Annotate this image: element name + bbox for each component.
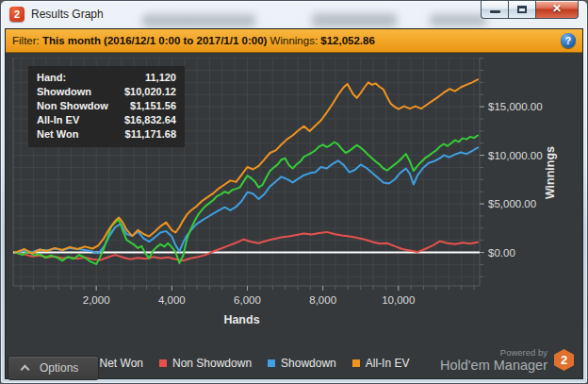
options-label: Options — [40, 361, 78, 375]
legend-swatch-icon — [352, 359, 360, 367]
tooltip-label: Net Won — [37, 127, 78, 142]
powered-by-label: Powered by — [440, 347, 547, 358]
client-area: Filter: This month (2016/12/1 0:00 to 20… — [5, 28, 583, 379]
series-line-net-won — [15, 136, 478, 264]
title-bar[interactable]: 2 Results Graph ✕ — [1, 1, 587, 28]
tooltip-value: $10,020.12 — [124, 85, 176, 99]
tooltip-label: Hand: — [37, 71, 66, 85]
x-tick-label: 6,000 — [234, 294, 261, 306]
tooltip-row: Net Won$11,171.68 — [37, 127, 176, 142]
x-tick-label: 8,000 — [309, 294, 336, 306]
close-button[interactable]: ✕ — [535, 1, 579, 19]
legend-label: Net Won — [100, 357, 143, 370]
minimize-icon — [490, 10, 500, 13]
winnings-label: Winnings: — [270, 35, 318, 46]
series-line-showdown — [15, 147, 478, 253]
y-tick-label: $10,000.00 — [488, 150, 543, 161]
glass-reflection — [312, 13, 397, 27]
y-tick-label: $5,000.00 — [488, 198, 536, 209]
filter-label: Filter: — [12, 35, 40, 46]
filter-bar: Filter: This month (2016/12/1 0:00 to 20… — [6, 29, 582, 53]
powered-by-block: Powered by Hold'em Manager 2 — [440, 347, 574, 373]
results-graph-window: 2 Results Graph ✕ Filter: This month (20… — [0, 0, 588, 384]
maximize-icon — [517, 6, 527, 13]
help-button[interactable]: ? — [561, 33, 576, 48]
chevron-up-icon — [21, 365, 30, 375]
x-tick-label: 10,000 — [382, 294, 415, 306]
maximize-button[interactable] — [509, 1, 535, 19]
tooltip-label: Non Showdow — [37, 99, 108, 113]
options-button[interactable]: Options — [8, 356, 99, 380]
x-tick-label: 4,000 — [158, 294, 186, 306]
x-axis-title: Hands — [223, 313, 259, 326]
app-icon-hm2: 2 — [9, 7, 24, 22]
y-tick-label: $0.00 — [488, 247, 515, 259]
tooltip-value: $16,832.64 — [124, 113, 176, 127]
winnings-value: $12,052.86 — [320, 35, 375, 46]
filter-range: This month (2016/12/1 0:00 to 2017/1/1 0… — [42, 35, 267, 46]
legend-label: Non Showdown — [172, 357, 252, 370]
close-icon: ✕ — [536, 2, 578, 15]
tooltip-value: $11,171.68 — [125, 127, 176, 142]
tooltip-value: 11,120 — [145, 71, 176, 85]
legend-item-showdown[interactable]: Showdown — [268, 357, 336, 370]
tooltip-row: All-In EV$16,832.64 — [37, 113, 176, 127]
glass-reflection — [430, 14, 486, 26]
chart-tooltip: Hand:11,120Showdown$10,020.12Non Showdow… — [28, 66, 185, 147]
tooltip-label: All-In EV — [37, 113, 79, 127]
legend-swatch-icon — [159, 359, 167, 367]
tooltip-row: Non Showdow$1,151.56 — [37, 99, 176, 113]
window-controls: ✕ — [481, 1, 579, 19]
tooltip-label: Showdown — [37, 85, 91, 99]
tooltip-row: Hand:11,120 — [37, 71, 176, 85]
y-tick-label: $15,000.00 — [488, 101, 543, 112]
minimize-button[interactable] — [481, 1, 509, 19]
y-axis-title: Winnings — [544, 146, 557, 199]
legend-swatch-icon — [268, 359, 275, 367]
tooltip-row: Showdown$10,020.12 — [37, 85, 176, 99]
hm2-logo-icon: 2 — [554, 349, 574, 371]
x-tick-label: 2,000 — [83, 294, 110, 306]
window-title: Results Graph — [31, 8, 104, 21]
legend-item-all-in-ev[interactable]: All-In EV — [352, 357, 410, 370]
brand-name: Hold'em Manager — [440, 358, 547, 373]
tooltip-value: $1,151.56 — [130, 99, 176, 113]
legend-label: All-In EV — [366, 357, 410, 370]
glass-reflection — [142, 14, 255, 27]
legend-item-non-showdown[interactable]: Non Showdown — [159, 357, 252, 370]
legend-label: Showdown — [281, 357, 336, 370]
